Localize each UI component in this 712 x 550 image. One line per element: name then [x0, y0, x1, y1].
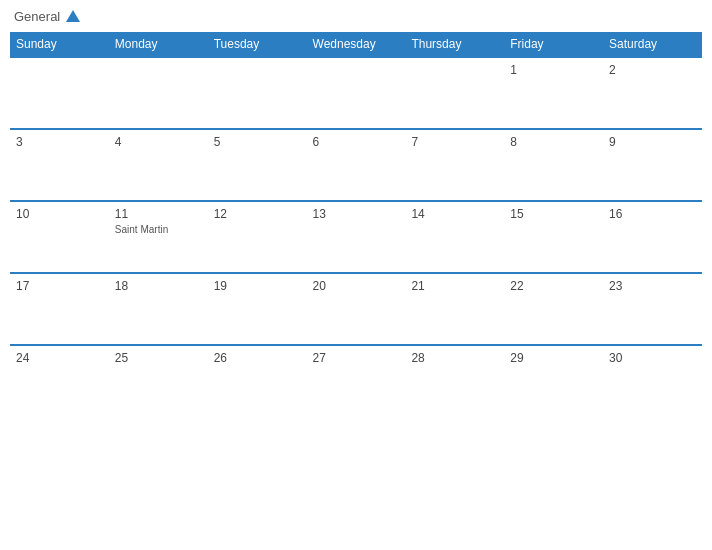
calendar-cell: 30 [603, 345, 702, 417]
day-number: 12 [214, 207, 301, 221]
calendar-cell: 9 [603, 129, 702, 201]
calendar-body: 1234567891011Saint Martin121314151617181… [10, 57, 702, 417]
calendar-cell: 19 [208, 273, 307, 345]
calendar-cell: 27 [307, 345, 406, 417]
calendar-thead: Sunday Monday Tuesday Wednesday Thursday… [10, 32, 702, 57]
calendar-cell: 10 [10, 201, 109, 273]
calendar-cell [405, 57, 504, 129]
logo-triangle-icon [66, 10, 80, 22]
calendar-cell: 24 [10, 345, 109, 417]
header-saturday: Saturday [603, 32, 702, 57]
day-number: 18 [115, 279, 202, 293]
day-number: 20 [313, 279, 400, 293]
calendar-header: General [10, 10, 702, 24]
calendar-container: General Sunday Monday Tuesday Wednesday … [0, 0, 712, 550]
calendar-week-row: 12 [10, 57, 702, 129]
day-number: 21 [411, 279, 498, 293]
day-number: 25 [115, 351, 202, 365]
calendar-cell: 22 [504, 273, 603, 345]
calendar-cell: 20 [307, 273, 406, 345]
weekday-header-row: Sunday Monday Tuesday Wednesday Thursday… [10, 32, 702, 57]
calendar-cell [10, 57, 109, 129]
header-thursday: Thursday [405, 32, 504, 57]
calendar-week-row: 1011Saint Martin1213141516 [10, 201, 702, 273]
calendar-cell: 28 [405, 345, 504, 417]
calendar-cell: 4 [109, 129, 208, 201]
calendar-week-row: 24252627282930 [10, 345, 702, 417]
day-number: 5 [214, 135, 301, 149]
calendar-cell [109, 57, 208, 129]
header-tuesday: Tuesday [208, 32, 307, 57]
logo-general-text: General [14, 10, 80, 24]
calendar-cell: 21 [405, 273, 504, 345]
calendar-cell: 12 [208, 201, 307, 273]
calendar-cell: 2 [603, 57, 702, 129]
calendar-cell: 3 [10, 129, 109, 201]
day-number: 3 [16, 135, 103, 149]
calendar-cell: 13 [307, 201, 406, 273]
calendar-cell: 16 [603, 201, 702, 273]
day-number: 4 [115, 135, 202, 149]
calendar-table: Sunday Monday Tuesday Wednesday Thursday… [10, 32, 702, 417]
calendar-cell: 6 [307, 129, 406, 201]
header-friday: Friday [504, 32, 603, 57]
calendar-week-row: 3456789 [10, 129, 702, 201]
day-number: 7 [411, 135, 498, 149]
calendar-week-row: 17181920212223 [10, 273, 702, 345]
calendar-cell: 8 [504, 129, 603, 201]
header-monday: Monday [109, 32, 208, 57]
day-number: 26 [214, 351, 301, 365]
header-sunday: Sunday [10, 32, 109, 57]
day-number: 1 [510, 63, 597, 77]
day-number: 2 [609, 63, 696, 77]
day-number: 13 [313, 207, 400, 221]
day-number: 27 [313, 351, 400, 365]
day-number: 11 [115, 207, 202, 221]
day-number: 30 [609, 351, 696, 365]
logo: General [14, 10, 80, 24]
day-number: 24 [16, 351, 103, 365]
calendar-cell: 14 [405, 201, 504, 273]
day-number: 15 [510, 207, 597, 221]
day-number: 17 [16, 279, 103, 293]
day-number: 29 [510, 351, 597, 365]
holiday-name: Saint Martin [115, 224, 202, 235]
day-number: 22 [510, 279, 597, 293]
calendar-cell: 29 [504, 345, 603, 417]
day-number: 14 [411, 207, 498, 221]
header-wednesday: Wednesday [307, 32, 406, 57]
calendar-cell: 18 [109, 273, 208, 345]
day-number: 9 [609, 135, 696, 149]
calendar-cell: 23 [603, 273, 702, 345]
calendar-cell [208, 57, 307, 129]
day-number: 10 [16, 207, 103, 221]
day-number: 6 [313, 135, 400, 149]
day-number: 28 [411, 351, 498, 365]
calendar-cell: 17 [10, 273, 109, 345]
day-number: 23 [609, 279, 696, 293]
day-number: 16 [609, 207, 696, 221]
calendar-cell: 26 [208, 345, 307, 417]
calendar-cell: 25 [109, 345, 208, 417]
calendar-cell: 7 [405, 129, 504, 201]
calendar-cell: 5 [208, 129, 307, 201]
day-number: 8 [510, 135, 597, 149]
calendar-cell: 11Saint Martin [109, 201, 208, 273]
day-number: 19 [214, 279, 301, 293]
calendar-cell [307, 57, 406, 129]
calendar-cell: 1 [504, 57, 603, 129]
calendar-cell: 15 [504, 201, 603, 273]
